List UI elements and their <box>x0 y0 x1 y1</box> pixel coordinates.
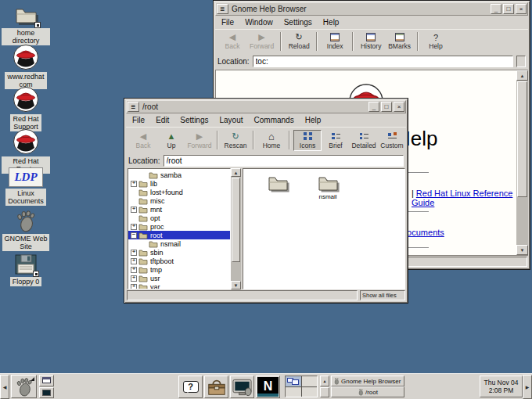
menu-help[interactable]: Help <box>323 18 340 27</box>
maximize-icon[interactable]: □ <box>503 4 514 14</box>
menu-help[interactable]: Help <box>305 116 322 124</box>
location-input[interactable] <box>164 155 404 167</box>
location-drop-button[interactable] <box>516 56 526 67</box>
desktop-icon-home-directory[interactable]: home directory <box>2 5 50 45</box>
tree-item-opt[interactable]: opt <box>128 214 230 222</box>
scroll-down-icon[interactable]: ▼ <box>516 245 528 255</box>
desktop-icon-floppy-0[interactable]: Floppy 0 <box>2 253 50 286</box>
forward-button[interactable]: ▶ Forward <box>246 31 277 52</box>
desktop-icon-red-hat-support[interactable]: Red Hat Support <box>2 86 50 131</box>
menu-commands[interactable]: Commands <box>254 116 294 124</box>
mini-window-button[interactable] <box>39 375 54 386</box>
bmarks-button[interactable]: BMarks <box>385 31 414 52</box>
minimize-icon[interactable]: _ <box>491 4 501 14</box>
help-button[interactable]: ? Help <box>422 31 450 52</box>
back-button[interactable]: ◀ Back <box>129 130 157 151</box>
netscape-launcher-button[interactable]: N <box>256 376 280 398</box>
task-gnome-help-browser[interactable]: Gnome Help Browser <box>331 376 404 386</box>
rescan-button[interactable]: ↻ Rescan <box>221 130 250 151</box>
expand-icon[interactable] <box>131 207 137 213</box>
file-folder-item[interactable]: nsmail <box>306 174 350 200</box>
menu-settings[interactable]: Settings <box>284 18 312 27</box>
file-window-titlebar[interactable]: ≡ /root _ □ × <box>126 100 406 113</box>
window-menu-icon[interactable]: ≡ <box>217 4 228 14</box>
documents-link[interactable]: documents <box>402 228 444 237</box>
tree-item-nsmail[interactable]: nsmail <box>128 239 230 248</box>
expand-icon[interactable] <box>131 275 137 282</box>
menu-layout[interactable]: Layout <box>220 116 243 124</box>
menu-file[interactable]: File <box>221 18 234 27</box>
tree-item-misc[interactable]: misc <box>128 196 230 205</box>
panel-hide-right-icon[interactable]: ▶ <box>523 375 532 399</box>
icons-view-button[interactable]: Icons <box>293 130 322 151</box>
menu-settings[interactable]: Settings <box>180 116 208 124</box>
main-menu-button[interactable] <box>11 375 37 398</box>
expand-icon[interactable] <box>131 284 137 290</box>
index-button[interactable]: Index <box>321 31 349 52</box>
tree-item-lib[interactable]: lib <box>128 179 230 188</box>
menu-edit[interactable]: Edit <box>156 116 169 124</box>
tasklist-up-icon[interactable]: ▲ <box>320 376 329 386</box>
scroll-down-icon[interactable]: ▼ <box>231 281 241 289</box>
reference-guide-link[interactable]: Red Hat Linux Reference Guide <box>412 189 512 207</box>
scrollbar-thumb[interactable] <box>232 178 240 262</box>
desktop-icon-linux-documents[interactable]: LDP Linux Documents <box>2 167 50 206</box>
expand-icon[interactable] <box>131 258 137 264</box>
forward-button[interactable]: ▶ Forward <box>185 130 214 151</box>
expand-icon[interactable] <box>131 250 137 256</box>
tree-item-sbin[interactable]: sbin <box>128 248 230 257</box>
tree-item-usr[interactable]: usr <box>128 274 230 282</box>
maximize-icon[interactable]: □ <box>381 102 392 112</box>
config-tool-launcher-button[interactable] <box>204 376 228 398</box>
panel-hide-left-icon[interactable]: ◀ <box>0 375 9 399</box>
file-folder-item[interactable] <box>256 174 300 200</box>
tree-item-tftpboot[interactable]: tftpboot <box>128 257 230 265</box>
tree-item-lost-found[interactable]: lost+found <box>128 188 230 196</box>
help-vertical-scrollbar[interactable]: ▲ ▼ <box>516 70 528 255</box>
desktop-icon-label: Floppy 0 <box>10 277 42 286</box>
tasklist-menu-button[interactable] <box>320 387 329 398</box>
desktop-icon-gnome-web-site[interactable]: GNOME Web Site <box>2 210 50 251</box>
help-window-titlebar[interactable]: ≡ Gnome Help Browser _ □ × <box>215 2 528 16</box>
scroll-up-icon[interactable]: ▲ <box>231 168 241 177</box>
collapse-icon[interactable] <box>131 232 137 239</box>
reload-button[interactable]: ↻ Reload <box>285 31 313 52</box>
brief-view-button[interactable]: Brief <box>322 130 350 151</box>
expand-icon[interactable] <box>131 267 137 273</box>
desktop-icon-www-redhat-com[interactable]: www.redhat com <box>2 44 50 89</box>
task-root[interactable]: /root <box>331 386 404 397</box>
terminal-launcher-button[interactable] <box>230 376 254 398</box>
clock-applet[interactable]: Thu Nov 04 2:08 PM <box>480 376 523 397</box>
tree-item-proc[interactable]: proc <box>128 222 230 231</box>
tree-item-samba[interactable]: samba <box>128 171 230 179</box>
history-button[interactable]: History <box>357 31 385 52</box>
desk-guide-pager[interactable] <box>285 376 318 397</box>
close-icon[interactable]: × <box>394 102 404 112</box>
detailed-view-button[interactable]: Detailed <box>350 130 378 151</box>
mini-monitor-button[interactable] <box>39 387 54 399</box>
menu-file[interactable]: File <box>132 116 145 124</box>
close-icon[interactable]: × <box>516 4 527 14</box>
expand-icon[interactable] <box>131 181 137 187</box>
tree-item-tmp[interactable]: tmp <box>128 265 230 274</box>
redhat-logo-icon <box>13 128 39 155</box>
up-button[interactable]: ▲ Up <box>157 130 185 151</box>
minimize-icon[interactable]: _ <box>368 102 379 112</box>
help-launcher-button[interactable]: ? <box>178 376 203 398</box>
expand-icon[interactable] <box>131 224 137 230</box>
back-button[interactable]: ◀ Back <box>218 31 246 52</box>
window-menu-icon[interactable]: ≡ <box>128 102 139 112</box>
scrollbar-thumb[interactable] <box>517 81 527 197</box>
scroll-up-icon[interactable]: ▲ <box>516 70 528 81</box>
help-question-icon: ? <box>433 32 438 42</box>
custom-view-button[interactable]: Custom <box>378 130 406 151</box>
redhat-logo-icon <box>13 86 39 113</box>
tree-item-var[interactable]: var <box>128 282 230 289</box>
active-workspace[interactable] <box>286 376 301 386</box>
menu-window[interactable]: Window <box>245 18 273 27</box>
home-button[interactable]: ⌂ Home <box>257 130 286 151</box>
tree-vertical-scrollbar[interactable]: ▲ ▼ <box>231 168 241 289</box>
tree-item-root[interactable]: root <box>128 231 230 239</box>
location-input[interactable] <box>253 56 513 67</box>
tree-item-mnt[interactable]: mnt <box>128 205 230 214</box>
